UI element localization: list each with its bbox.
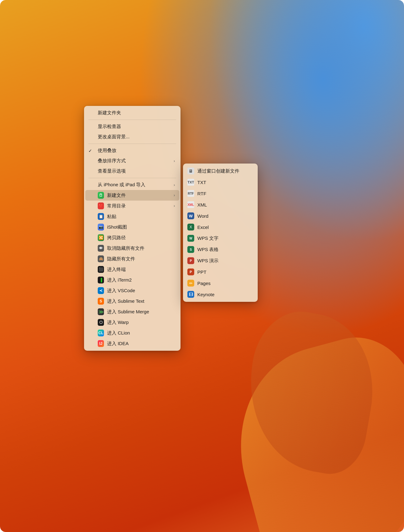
menu-item-iterm2[interactable]: ▐ 进入 iTerm2: [84, 275, 181, 285]
submenu-item-pages[interactable]: ✏ Pages: [183, 278, 258, 289]
menu-item-sublime-merge[interactable]: ≫ 进入 Sublime Merge: [84, 306, 181, 317]
menu-item-use-stacks[interactable]: ✓ 使用叠放: [84, 145, 181, 156]
submenu-item-pages-label: Pages: [197, 281, 211, 286]
rtf-icon: RTF: [187, 190, 194, 197]
menu-item-common-dirs[interactable]: ❤️ 常用目录 ›: [84, 201, 181, 211]
separator-3: [88, 178, 176, 178]
menu-item-new-file[interactable]: 🗒 新建文件 ›: [85, 190, 179, 201]
menu-item-warp-label: 进入 Warp: [107, 320, 175, 325]
menu-item-clion-label: 进入 CLion: [107, 330, 175, 336]
desktop: 新建文件夹 显示检查器 更改桌面背景... ✓ 使用叠放: [0, 0, 404, 532]
menu-item-terminal[interactable]: ⬛ 进入终端: [84, 264, 181, 275]
submenu-item-xml-label: XML: [197, 202, 207, 207]
submenu-item-ppt-label: PPT: [197, 269, 206, 275]
menu-item-new-folder[interactable]: 新建文件夹: [84, 108, 181, 118]
wps-text-icon: W: [187, 235, 194, 242]
submenu-item-txt[interactable]: TXT TXT: [183, 177, 258, 188]
context-menu-wrapper: 新建文件夹 显示检查器 更改桌面背景... ✓ 使用叠放: [84, 106, 181, 351]
window-icon: 🖥: [187, 168, 194, 174]
menu-item-import-iphone[interactable]: 从 iPhone 或 iPad 导入 ›: [84, 180, 181, 190]
sublime-text-app-icon: S: [98, 298, 104, 304]
menu-item-stack-order[interactable]: 叠放排序方式 ›: [84, 156, 181, 166]
submenu-item-word[interactable]: W Word: [183, 210, 258, 221]
submenu-item-txt-label: TXT: [197, 180, 206, 185]
arrow-icon: ›: [174, 183, 175, 187]
menu-item-paste[interactable]: 📋 粘贴: [84, 211, 181, 222]
copy-path-app-icon: 🔀: [98, 235, 104, 241]
menu-item-view-options[interactable]: 查看显示选项: [84, 166, 181, 176]
menu-item-use-stacks-label: 使用叠放: [98, 148, 175, 154]
idea-app-icon: IJ: [98, 340, 104, 347]
new-file-icon: 🗒: [98, 192, 104, 198]
arrow-icon: ›: [174, 193, 175, 197]
submenu-new-file: 🖥 通过窗口创建新文件 TXT TXT RTF RTF XML XML W W: [183, 164, 258, 302]
menu-item-show-inspector[interactable]: 显示检查器: [84, 121, 181, 132]
submenu-item-wps-text[interactable]: W WPS 文字: [183, 233, 258, 244]
menu-item-hide-all-files[interactable]: 🙈 隐藏所有文件: [84, 254, 181, 264]
menu-item-change-wallpaper[interactable]: 更改桌面背景...: [84, 132, 181, 142]
vscode-app-icon: ≺: [98, 287, 104, 294]
menu-item-iterm2-label: 进入 iTerm2: [107, 277, 175, 283]
submenu-item-wps-table-label: WPS 表格: [197, 247, 218, 253]
submenu-item-wps-present[interactable]: P WPS 演示: [183, 255, 258, 266]
menu-item-new-file-label: 新建文件: [107, 192, 171, 198]
clipboard-app-icon: 📋: [98, 213, 104, 220]
submenu-item-keynote[interactable]: 🎞 Keynote: [183, 289, 258, 300]
arrow-icon: ›: [174, 159, 175, 163]
submenu-item-wps-text-label: WPS 文字: [197, 235, 218, 241]
submenu-item-new-via-window[interactable]: 🖥 通过窗口创建新文件: [183, 165, 258, 177]
menu-item-show-all-files[interactable]: 👁 取消隐藏所有文件: [84, 243, 181, 254]
pages-icon: ✏: [187, 280, 194, 287]
menu-item-sublime-text[interactable]: S 进入 Sublime Text: [84, 296, 181, 306]
submenu-item-wps-table[interactable]: S WPS 表格: [183, 244, 258, 255]
menu-item-idea-label: 进入 IDEA: [107, 341, 175, 347]
hide-all-app-icon: 🙈: [98, 256, 104, 262]
terminal-app-icon: ⬛: [98, 266, 104, 273]
wps-table-icon: S: [187, 246, 194, 253]
iterm2-app-icon: ▐: [98, 277, 104, 283]
menu-item-idea[interactable]: IJ 进入 IDEA: [84, 338, 181, 349]
submenu-item-ppt[interactable]: P PPT: [183, 266, 258, 278]
keynote-icon: 🎞: [187, 291, 194, 298]
ppt-icon: P: [187, 268, 194, 275]
submenu-item-rtf[interactable]: RTF RTF: [183, 188, 258, 199]
txt-icon: TXT: [187, 179, 194, 186]
menu-item-vscode-label: 进入 VSCode: [107, 288, 175, 294]
menu-item-import-iphone-label: 从 iPhone 或 iPad 导入: [98, 182, 171, 188]
menu-item-common-dirs-label: 常用目录: [107, 203, 171, 209]
excel-icon: X: [187, 224, 194, 230]
submenu-item-keynote-label: Keynote: [197, 292, 214, 297]
menu-item-copy-path[interactable]: 🔀 拷贝路径: [84, 232, 181, 243]
separator-2: [88, 144, 176, 144]
menu-item-show-all-label: 取消隐藏所有文件: [107, 245, 175, 251]
menu-item-copy-path-label: 拷贝路径: [107, 235, 175, 241]
submenu-item-excel-label: Excel: [197, 225, 209, 230]
submenu-item-xml[interactable]: XML XML: [183, 199, 258, 210]
menu-item-new-folder-label: 新建文件夹: [98, 110, 175, 116]
show-all-app-icon: 👁: [98, 245, 104, 251]
separator-1: [88, 120, 176, 120]
menu-item-change-wallpaper-label: 更改桌面背景...: [98, 134, 175, 140]
warp-app-icon: ⬡: [98, 319, 104, 325]
menu-item-paste-label: 粘贴: [107, 214, 175, 220]
menu-item-ishot[interactable]: 📷 iShot截图: [84, 222, 181, 232]
ishot-app-icon: 📷: [98, 224, 104, 230]
menu-item-stack-order-label: 叠放排序方式: [98, 158, 171, 164]
menu-item-sublime-merge-label: 进入 Sublime Merge: [107, 309, 175, 315]
submenu-item-wps-present-label: WPS 演示: [197, 258, 218, 264]
menu-item-view-options-label: 查看显示选项: [98, 168, 175, 174]
heart-app-icon: ❤️: [98, 203, 104, 209]
menu-item-warp[interactable]: ⬡ 进入 Warp: [84, 317, 181, 328]
menu-item-vscode[interactable]: ≺ 进入 VSCode: [84, 285, 181, 296]
menu-item-hide-all-label: 隐藏所有文件: [107, 256, 175, 262]
menu-item-show-inspector-label: 显示检查器: [98, 124, 175, 130]
xml-icon: XML: [187, 201, 194, 208]
submenu-item-rtf-label: RTF: [197, 191, 206, 196]
menu-item-ishot-label: iShot截图: [107, 224, 175, 230]
stacks-check: ✓: [88, 148, 95, 153]
submenu-item-excel[interactable]: X Excel: [183, 221, 258, 233]
arrow-icon: ›: [174, 204, 175, 208]
submenu-item-new-via-window-label: 通过窗口创建新文件: [197, 168, 239, 174]
menu-item-clion[interactable]: CL 进入 CLion: [84, 328, 181, 338]
menu-item-sublime-text-label: 进入 Sublime Text: [107, 298, 175, 304]
